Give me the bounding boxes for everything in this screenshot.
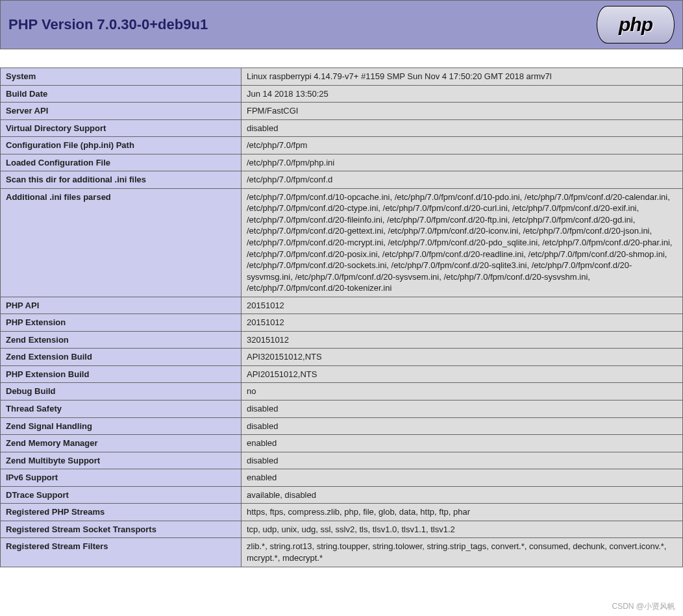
config-key: Registered Stream Socket Transports	[1, 521, 242, 538]
table-row: PHP Extension BuildAPI20151012,NTS	[1, 365, 683, 383]
config-key: Virtual Directory Support	[1, 119, 242, 137]
phpinfo-table-body: SystemLinux raspberrypi 4.14.79-v7+ #115…	[1, 68, 683, 567]
config-value: API320151012,NTS	[242, 349, 683, 366]
table-row: Server APIFPM/FastCGI	[1, 103, 683, 120]
table-row: Registered Stream Filterszlib.*, string.…	[1, 538, 683, 567]
config-key: Thread Safety	[1, 400, 242, 418]
table-row: Configuration File (php.ini) Path/etc/ph…	[1, 137, 683, 154]
config-key: Loaded Configuration File	[1, 154, 242, 171]
table-row: Build DateJun 14 2018 13:50:25	[1, 85, 683, 103]
config-key: Zend Extension	[1, 331, 242, 349]
config-value: 20151012	[242, 314, 683, 332]
config-key: Additional .ini files parsed	[1, 188, 242, 297]
config-value: enabled	[242, 435, 683, 452]
config-key: Build Date	[1, 85, 242, 103]
config-value: 320151012	[242, 331, 683, 349]
header-spacer	[0, 49, 683, 68]
config-value: FPM/FastCGI	[242, 103, 683, 120]
config-value: /etc/php/7.0/fpm	[242, 137, 683, 154]
table-row: Thread Safetydisabled	[1, 400, 683, 418]
page-title: PHP Version 7.0.30-0+deb9u1	[8, 16, 208, 33]
config-key: Registered Stream Filters	[1, 538, 242, 567]
table-row: Registered PHP Streamshttps, ftps, compr…	[1, 504, 683, 521]
table-row: Scan this dir for additional .ini files/…	[1, 171, 683, 189]
table-row: PHP Extension20151012	[1, 314, 683, 332]
config-value: /etc/php/7.0/fpm/php.ini	[242, 154, 683, 171]
table-row: Debug Buildno	[1, 383, 683, 400]
config-value: disabled	[242, 452, 683, 469]
config-value: available, disabled	[242, 486, 683, 504]
config-value: disabled	[242, 417, 683, 435]
php-logo: php	[597, 6, 675, 43]
table-row: SystemLinux raspberrypi 4.14.79-v7+ #115…	[1, 68, 683, 86]
table-row: Zend Multibyte Supportdisabled	[1, 452, 683, 469]
config-key: Debug Build	[1, 383, 242, 400]
config-value: /etc/php/7.0/fpm/conf.d	[242, 171, 683, 189]
config-key: System	[1, 68, 242, 86]
table-row: IPv6 Supportenabled	[1, 469, 683, 487]
config-key: PHP Extension Build	[1, 365, 242, 383]
config-key: Zend Memory Manager	[1, 435, 242, 452]
php-logo-text: php	[619, 14, 652, 36]
table-row: Virtual Directory Supportdisabled	[1, 119, 683, 137]
config-key: PHP Extension	[1, 314, 242, 332]
config-value: disabled	[242, 119, 683, 137]
table-row: Additional .ini files parsed/etc/php/7.0…	[1, 188, 683, 297]
config-value: no	[242, 383, 683, 400]
config-key: Registered PHP Streams	[1, 504, 242, 521]
config-value: /etc/php/7.0/fpm/conf.d/10-opcache.ini, …	[242, 188, 683, 297]
config-value: zlib.*, string.rot13, string.toupper, st…	[242, 538, 683, 567]
config-value: API20151012,NTS	[242, 365, 683, 383]
config-key: Zend Extension Build	[1, 349, 242, 366]
table-row: Zend Signal Handlingdisabled	[1, 417, 683, 435]
table-row: Zend Extension BuildAPI320151012,NTS	[1, 349, 683, 366]
table-row: Loaded Configuration File/etc/php/7.0/fp…	[1, 154, 683, 171]
table-row: Zend Memory Managerenabled	[1, 435, 683, 452]
config-key: Configuration File (php.ini) Path	[1, 137, 242, 154]
config-key: Zend Signal Handling	[1, 417, 242, 435]
table-row: DTrace Supportavailable, disabled	[1, 486, 683, 504]
config-value: 20151012	[242, 297, 683, 314]
config-value: Linux raspberrypi 4.14.79-v7+ #1159 SMP …	[242, 68, 683, 86]
config-value: Jun 14 2018 13:50:25	[242, 85, 683, 103]
config-key: DTrace Support	[1, 486, 242, 504]
table-row: PHP API20151012	[1, 297, 683, 314]
config-key: Scan this dir for additional .ini files	[1, 171, 242, 189]
table-row: Zend Extension320151012	[1, 331, 683, 349]
config-key: PHP API	[1, 297, 242, 314]
phpinfo-table: SystemLinux raspberrypi 4.14.79-v7+ #115…	[0, 68, 683, 567]
config-value: tcp, udp, unix, udg, ssl, sslv2, tls, tl…	[242, 521, 683, 538]
config-value: disabled	[242, 400, 683, 418]
config-value: enabled	[242, 469, 683, 487]
table-row: Registered Stream Socket Transportstcp, …	[1, 521, 683, 538]
phpinfo-header: PHP Version 7.0.30-0+deb9u1 php	[0, 0, 683, 49]
config-key: Server API	[1, 103, 242, 120]
config-key: Zend Multibyte Support	[1, 452, 242, 469]
config-key: IPv6 Support	[1, 469, 242, 487]
config-value: https, ftps, compress.zlib, php, file, g…	[242, 504, 683, 521]
